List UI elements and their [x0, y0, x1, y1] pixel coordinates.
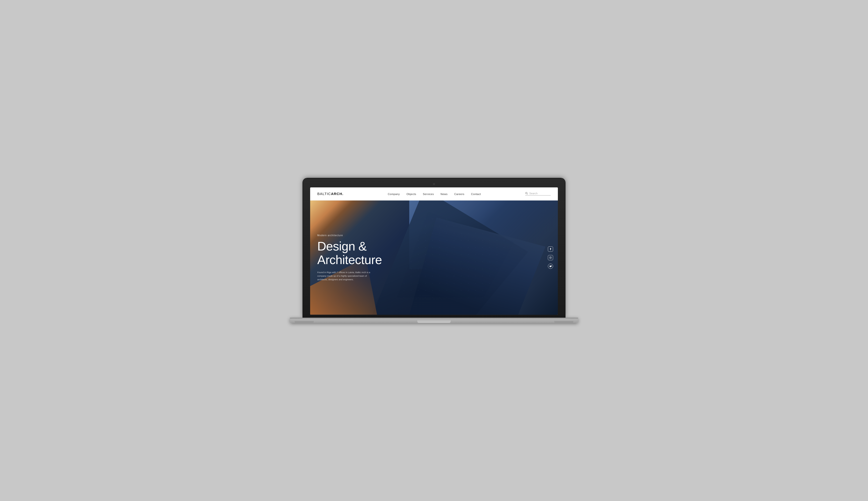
logo-suffix: ARCH.: [331, 192, 343, 196]
twitter-icon[interactable]: [548, 264, 553, 269]
nav-item-contact[interactable]: Contact: [471, 192, 481, 196]
laptop-notch: [417, 320, 451, 323]
laptop-camera: [433, 183, 435, 185]
nav-item-objects[interactable]: Objects: [406, 192, 416, 196]
laptop-container: BALTICARCH. Company Objects Services New…: [303, 178, 565, 323]
nav-link-contact[interactable]: Contact: [471, 193, 481, 195]
nav-link-company[interactable]: Company: [388, 193, 400, 195]
hero-subtitle: Modern architecture: [317, 234, 382, 236]
hero-content: Modern architecture Design & Architectur…: [317, 234, 382, 281]
facebook-icon[interactable]: [548, 246, 553, 252]
hero-title: Design & Architecture: [317, 239, 382, 266]
site-navigation: BALTICARCH. Company Objects Services New…: [310, 188, 558, 201]
logo-prefix: BALTIC: [317, 192, 331, 196]
nav-item-careers[interactable]: Careers: [454, 192, 465, 196]
site-logo[interactable]: BALTICARCH.: [317, 192, 343, 196]
nav-item-news[interactable]: News: [441, 192, 447, 196]
laptop-screen: BALTICARCH. Company Objects Services New…: [310, 188, 558, 315]
laptop-base: [290, 318, 578, 323]
search-icon: [525, 192, 528, 195]
hero-title-line1: Design &: [317, 239, 367, 253]
laptop-foot-left: [295, 321, 314, 323]
social-icons-group: [548, 246, 553, 269]
hero-title-line2: Architecture: [317, 253, 382, 266]
nav-link-careers[interactable]: Careers: [454, 193, 465, 195]
hero-section: Modern architecture Design & Architectur…: [310, 201, 558, 315]
nav-links-list: Company Objects Services News Careers: [388, 192, 481, 196]
nav-link-news[interactable]: News: [441, 193, 447, 195]
svg-line-1: [527, 194, 528, 194]
nav-link-services[interactable]: Services: [423, 193, 434, 195]
laptop-foot-right: [554, 321, 573, 323]
svg-point-0: [526, 192, 527, 194]
instagram-icon[interactable]: [548, 255, 553, 260]
search-input[interactable]: [529, 192, 551, 195]
svg-point-3: [550, 257, 551, 258]
nav-item-company[interactable]: Company: [388, 192, 400, 196]
hero-description: Found in Riga with 7 offices in Latvia, …: [317, 270, 372, 281]
nav-link-objects[interactable]: Objects: [406, 193, 416, 195]
laptop-bezel: BALTICARCH. Company Objects Services New…: [303, 178, 565, 318]
search-wrapper[interactable]: [525, 192, 551, 195]
laptop-hinge: [290, 318, 578, 319]
nav-item-services[interactable]: Services: [423, 192, 434, 196]
